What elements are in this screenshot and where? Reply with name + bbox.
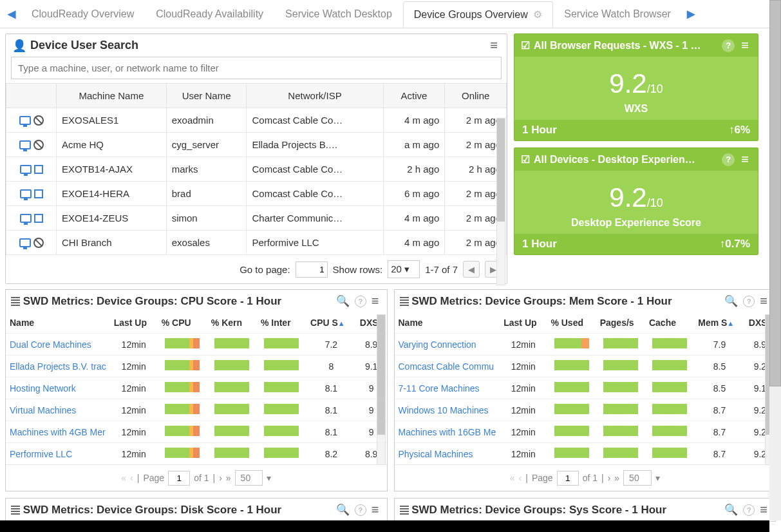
help-icon[interactable]: ?: [722, 153, 735, 166]
last-page-icon[interactable]: »: [226, 473, 231, 483]
help-icon[interactable]: ?: [355, 296, 366, 307]
check-icon: ☑: [521, 39, 530, 52]
hamburger-icon[interactable]: ≡: [757, 502, 770, 517]
hamburger-icon[interactable]: ≡: [739, 38, 751, 53]
group-link[interactable]: Hosting Network: [6, 377, 110, 399]
search-icon[interactable]: 🔍: [336, 503, 350, 517]
grip-icon[interactable]: [400, 506, 409, 515]
group-link[interactable]: Physical Machines: [395, 443, 500, 465]
group-link[interactable]: Windows 10 Machines: [395, 399, 500, 421]
table-row[interactable]: Comcast Cable Commu12min8.59.2: [395, 356, 776, 377]
tab-cloudready-overview[interactable]: CloudReady Overview: [21, 1, 145, 27]
monitor-icon: [19, 116, 31, 125]
table-row[interactable]: CHI BranchexosalesPerformive LLC4 m ago2…: [6, 231, 507, 255]
chevron-down-icon[interactable]: ▾: [267, 473, 271, 483]
page-input[interactable]: [168, 471, 190, 486]
page-scrollbar[interactable]: [769, 0, 781, 520]
table-row[interactable]: EXOE14-ZEUSsimonCharter Communic…4 m ago…: [6, 206, 507, 231]
mem-metrics-panel: SWD Metrics: Device Groups: Mem Score - …: [394, 289, 776, 491]
gear-icon[interactable]: ⚙: [533, 9, 542, 20]
table-row[interactable]: Acme HQcyg_serverEllada Projects B.…a m …: [6, 133, 507, 157]
table-row[interactable]: EXOTB14-AJAXmarksComcast Cable Co…2 h ag…: [6, 157, 507, 182]
group-link[interactable]: 7-11 Core Machines: [395, 377, 500, 399]
tab-service-watch-browser[interactable]: Service Watch Browser: [553, 1, 682, 27]
page-input[interactable]: [557, 471, 579, 486]
table-row[interactable]: Performive LLC12min8.28.9: [6, 443, 387, 465]
tab-cloudready-availability[interactable]: CloudReady Availability: [145, 1, 274, 27]
group-link[interactable]: Comcast Cable Commu: [395, 356, 500, 377]
prev-page-icon[interactable]: ‹: [130, 473, 133, 483]
table-row[interactable]: Hosting Network12min8.19: [6, 377, 387, 399]
hamburger-icon[interactable]: ≡: [757, 294, 770, 309]
group-link[interactable]: Machines with 16GB Me: [395, 421, 500, 443]
monitor-icon: [20, 165, 32, 174]
table-row[interactable]: 7-11 Core Machines12min8.59.1: [395, 377, 776, 399]
disk-metrics-panel: SWD Metrics: Device Groups: Disk Score -…: [5, 498, 388, 522]
next-page-icon[interactable]: ›: [608, 473, 611, 483]
goto-page-input[interactable]: [296, 261, 328, 278]
search-icon[interactable]: 🔍: [724, 503, 738, 517]
hamburger-icon[interactable]: ≡: [369, 294, 382, 309]
table-row[interactable]: Dual Core Machines12min7.28.9: [6, 334, 387, 356]
scrollbar[interactable]: [377, 314, 386, 465]
hamburger-icon[interactable]: ≡: [487, 38, 500, 53]
table-row[interactable]: Windows 10 Machines12min8.79.2: [395, 399, 776, 421]
device-table: Machine Name User Name Network/ISP Activ…: [6, 83, 507, 255]
prev-page-icon[interactable]: ‹: [519, 473, 522, 483]
search-icon[interactable]: 🔍: [336, 294, 350, 308]
table-row[interactable]: Machines with 16GB Me12min8.79.2: [395, 421, 776, 443]
search-input[interactable]: [11, 57, 502, 79]
help-icon[interactable]: ?: [743, 296, 755, 307]
rows-select[interactable]: 50: [235, 470, 263, 486]
ban-icon: [33, 140, 44, 150]
monitor-icon: [19, 238, 31, 247]
first-page-icon[interactable]: «: [121, 473, 126, 483]
grip-icon[interactable]: [11, 297, 20, 306]
hamburger-icon[interactable]: ≡: [369, 502, 382, 517]
sort-icon[interactable]: ▲: [338, 319, 345, 327]
scrollbar[interactable]: [496, 118, 505, 285]
first-page-icon[interactable]: «: [510, 473, 515, 483]
grip-icon[interactable]: [11, 506, 20, 515]
table-row[interactable]: Ellada Projects B.V. trac12min89.1: [6, 356, 387, 377]
tabs-prev-icon[interactable]: ◀: [3, 3, 21, 26]
last-page-icon[interactable]: »: [614, 473, 619, 483]
hamburger-icon[interactable]: ≡: [739, 152, 751, 167]
group-link[interactable]: Ellada Projects B.V. trac: [6, 356, 110, 377]
tab-device-groups-overview[interactable]: Device Groups Overview ⚙: [403, 1, 553, 28]
window-icon: [34, 165, 43, 174]
rows-select[interactable]: 20 ▾: [388, 260, 420, 278]
table-row[interactable]: EXOSALES1exoadminComcast Cable Co…4 m ag…: [6, 108, 507, 133]
help-icon[interactable]: ?: [355, 504, 366, 516]
table-row[interactable]: Physical Machines12min8.79.2: [395, 443, 776, 465]
group-link[interactable]: Virtual Machines: [6, 399, 110, 421]
sort-icon[interactable]: ▲: [727, 319, 734, 327]
table-pager: Go to page: Show rows: 20 ▾ 1-7 of 7 ◀ ▶: [6, 255, 507, 283]
monitor-icon: [19, 140, 31, 149]
group-link[interactable]: Varying Connection: [395, 334, 500, 356]
table-header: Machine Name User Name Network/ISP Activ…: [6, 84, 507, 108]
device-search-panel: 👤 Device User Search ≡ Machine Name User…: [5, 33, 507, 284]
prev-page-button[interactable]: ◀: [463, 261, 480, 278]
table-row[interactable]: Varying Connection12min7.98.9: [395, 334, 776, 356]
group-link[interactable]: Machines with 4GB Mer: [6, 421, 110, 443]
help-icon[interactable]: ?: [743, 504, 755, 516]
table-row[interactable]: Machines with 4GB Mer12min8.19: [6, 421, 387, 443]
window-icon: [34, 214, 43, 223]
group-link[interactable]: Performive LLC: [6, 443, 110, 465]
group-link[interactable]: Dual Core Machines: [6, 334, 110, 356]
tab-service-watch-desktop[interactable]: Service Watch Desktop: [274, 1, 403, 27]
chevron-down-icon[interactable]: ▾: [655, 473, 660, 483]
tab-bar: ◀ CloudReady Overview CloudReady Availab…: [0, 0, 781, 28]
search-icon[interactable]: 🔍: [724, 294, 738, 308]
grip-icon[interactable]: [400, 297, 409, 306]
next-page-icon[interactable]: ›: [219, 473, 222, 483]
tabs-next-icon[interactable]: ▶: [682, 3, 700, 26]
rows-select[interactable]: 50: [623, 470, 652, 486]
dxs-score-card[interactable]: ☑All Devices - Desktop Experien…?≡ 9.2/1…: [514, 147, 758, 255]
table-row[interactable]: EXOE14-HERAbradComcast Cable Co…6 m ago2…: [6, 182, 507, 206]
table-row[interactable]: Virtual Machines12min8.19: [6, 399, 387, 421]
monitor-icon: [20, 189, 32, 198]
help-icon[interactable]: ?: [722, 39, 735, 52]
wxs-score-card[interactable]: ☑All Browser Requests - WXS - 1 …?≡ 9.2/…: [514, 33, 758, 141]
